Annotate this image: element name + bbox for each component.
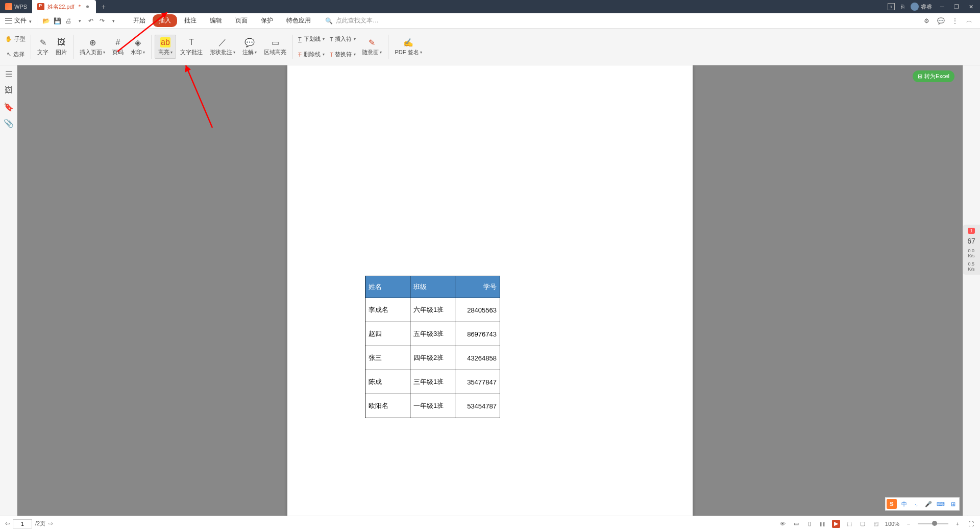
close-button[interactable]: ✕: [967, 4, 975, 10]
text-annotate-button[interactable]: T文字批注: [177, 35, 206, 58]
table-cell: 一年级1班: [410, 394, 455, 418]
ime-logo: S: [887, 499, 897, 509]
ime-bar[interactable]: S 中 ·, 🎤 ⌨ ⊞: [885, 497, 960, 511]
redo-more[interactable]: [109, 16, 118, 26]
search-icon: 🔍: [325, 17, 333, 25]
statusbar-right: 👁 ▭ ▯ ⫿⫿ ▶ ⬚ ▢ ◰ 100% − + ⛶: [779, 520, 975, 528]
image-button[interactable]: 🖼图片: [53, 35, 70, 58]
new-tab-button[interactable]: +: [96, 3, 111, 11]
search-box[interactable]: 🔍 点此查找文本…: [317, 16, 379, 25]
maximize-button[interactable]: ❐: [952, 4, 961, 10]
annotate-button[interactable]: 💬注解▾: [239, 35, 260, 58]
text-button[interactable]: ✎文字: [34, 35, 52, 58]
area-highlight-button[interactable]: ▭区域高亮: [261, 35, 289, 58]
outline-icon[interactable]: ☰: [4, 69, 13, 79]
watermark-button[interactable]: ◈水印▾: [128, 35, 148, 58]
document-tab[interactable]: 姓名22.pdf *: [32, 0, 96, 13]
zoom-slider[interactable]: [918, 523, 948, 524]
underline-button[interactable]: T下划线▾: [298, 32, 325, 46]
hamburger-icon: [5, 18, 12, 23]
speed-down: 0.0K/s: [968, 248, 974, 258]
next-page-button[interactable]: ⇨: [48, 520, 53, 527]
hand-tool[interactable]: ✋手型: [5, 32, 26, 46]
record-icon[interactable]: ▶: [832, 520, 840, 528]
free-draw-button[interactable]: ✎随意画▾: [359, 35, 385, 58]
redo-icon[interactable]: ↷: [97, 16, 107, 26]
text-annotate-icon: T: [186, 37, 197, 47]
minimize-button[interactable]: ─: [938, 4, 946, 10]
table-cell: 赵四: [365, 322, 410, 346]
document-page: 姓名 班级 学号 李成名六年级1班28405563赵四五年级3班86976743…: [287, 65, 693, 516]
print-icon[interactable]: 🖨: [64, 16, 73, 26]
tab-special[interactable]: 特色应用: [280, 14, 317, 27]
select-tool[interactable]: ↖选择: [7, 47, 24, 62]
page-number-icon: #: [113, 37, 123, 47]
highlight-icon: ab: [160, 37, 170, 47]
shape-annotate-button[interactable]: ／形状批注▾: [207, 35, 238, 58]
page-total: /2页: [35, 520, 45, 527]
print-more[interactable]: [75, 16, 84, 26]
insert-page-icon: ⊕: [87, 37, 97, 47]
actual-size-icon[interactable]: ◰: [872, 520, 880, 528]
pdf-sign-icon: ✍: [403, 37, 413, 47]
free-draw-icon: ✎: [367, 37, 377, 47]
file-menu[interactable]: 文件: [0, 16, 37, 25]
thumbnail-icon[interactable]: 🖼: [4, 86, 13, 95]
view-mode-1[interactable]: ▭: [792, 520, 800, 528]
more-icon[interactable]: ⋮: [950, 16, 960, 26]
user-avatar[interactable]: 睿睿: [911, 3, 932, 11]
save-icon[interactable]: 💾: [53, 16, 62, 26]
sync-icon[interactable]: ⎘: [901, 4, 904, 10]
view-mode-3[interactable]: ⫿⫿: [819, 520, 827, 528]
bookmark-icon[interactable]: 🔖: [4, 102, 13, 111]
table-header-row: 姓名 班级 学号: [365, 276, 500, 298]
tab-annotate[interactable]: 批注: [178, 14, 203, 27]
insert-page-button[interactable]: ⊕插入页面▾: [77, 35, 108, 58]
fullscreen-icon[interactable]: ⛶: [967, 520, 975, 528]
image-icon: 🖼: [56, 37, 66, 47]
tab-edit[interactable]: 编辑: [204, 14, 228, 27]
ime-lang[interactable]: 中: [899, 499, 909, 509]
view-mode-2[interactable]: ▯: [805, 520, 814, 528]
collapse-ribbon-icon[interactable]: ︿: [965, 16, 974, 26]
tab-insert[interactable]: 插入: [153, 14, 177, 27]
fit-page-icon[interactable]: ▢: [859, 520, 867, 528]
zoom-in-button[interactable]: +: [953, 520, 962, 528]
table-cell: 陈成: [365, 370, 410, 394]
ime-mic[interactable]: 🎤: [923, 499, 934, 509]
prev-page-button[interactable]: ⇦: [5, 520, 10, 527]
settings-icon[interactable]: ⚙: [922, 16, 931, 26]
speed-badge: 1: [968, 228, 974, 234]
zoom-out-button[interactable]: −: [904, 520, 913, 528]
tab-start[interactable]: 开始: [127, 14, 152, 27]
convert-to-excel-button[interactable]: ⊞ 转为Excel: [913, 70, 954, 82]
tab-protect[interactable]: 保护: [255, 14, 279, 27]
col-id: 学号: [455, 276, 500, 298]
feedback-icon[interactable]: 💬: [936, 16, 945, 26]
tab-modified: *: [79, 4, 81, 10]
table-cell: 28405563: [455, 298, 500, 322]
col-class: 班级: [410, 276, 455, 298]
page-navigation: ⇦ /2页 ⇨: [5, 519, 53, 528]
strikeout-button[interactable]: T删除线▾: [298, 47, 325, 62]
document-viewport[interactable]: 姓名 班级 学号 李成名六年级1班28405563赵四五年级3班86976743…: [17, 65, 963, 516]
excel-icon: ⊞: [918, 73, 922, 80]
attachment-icon[interactable]: 📎: [4, 118, 13, 128]
page-number-button[interactable]: #页码: [109, 35, 127, 58]
table-cell: 李成名: [365, 298, 410, 322]
page-input[interactable]: [13, 519, 32, 528]
open-icon[interactable]: 📂: [41, 16, 51, 26]
notif-box[interactable]: 1: [888, 3, 895, 10]
highlight-button[interactable]: ab高亮▾: [155, 35, 176, 59]
tab-page[interactable]: 页面: [229, 14, 254, 27]
ime-grid[interactable]: ⊞: [948, 499, 958, 509]
eye-icon[interactable]: 👁: [779, 520, 787, 528]
fit-width-icon[interactable]: ⬚: [845, 520, 853, 528]
shape-annotate-icon: ／: [217, 37, 228, 47]
undo-icon[interactable]: ↶: [86, 16, 95, 26]
insert-symbol-button[interactable]: T插入符▾: [330, 32, 356, 46]
replace-symbol-button[interactable]: T替换符▾: [330, 47, 356, 62]
ime-keyboard[interactable]: ⌨: [936, 499, 946, 509]
ime-punct[interactable]: ·,: [911, 499, 921, 509]
pdf-sign-button[interactable]: ✍PDF 签名▾: [391, 35, 425, 58]
